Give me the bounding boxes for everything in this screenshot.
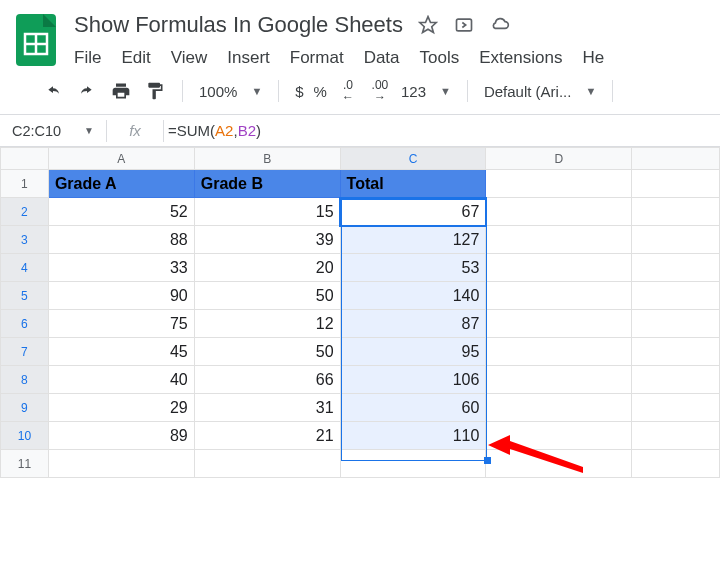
- cell[interactable]: 15: [194, 198, 340, 226]
- cell[interactable]: Total: [340, 170, 486, 198]
- cell[interactable]: [486, 254, 632, 282]
- row-header[interactable]: 5: [1, 282, 49, 310]
- cell[interactable]: [486, 198, 632, 226]
- cell[interactable]: [486, 394, 632, 422]
- menu-file[interactable]: File: [74, 48, 101, 68]
- row-header[interactable]: 4: [1, 254, 49, 282]
- cell[interactable]: [486, 170, 632, 198]
- cell[interactable]: [486, 310, 632, 338]
- undo-icon[interactable]: [42, 80, 64, 102]
- sheets-logo[interactable]: [12, 10, 60, 70]
- cell[interactable]: 95: [340, 338, 486, 366]
- row-header[interactable]: 7: [1, 338, 49, 366]
- document-title[interactable]: Show Formulas In Google Sheets: [74, 12, 403, 38]
- cell[interactable]: Grade A: [48, 170, 194, 198]
- cell[interactable]: 50: [194, 338, 340, 366]
- cell[interactable]: [632, 450, 720, 478]
- paint-format-icon[interactable]: [144, 80, 166, 102]
- print-icon[interactable]: [110, 80, 132, 102]
- cell[interactable]: 88: [48, 226, 194, 254]
- cell[interactable]: [632, 394, 720, 422]
- decrease-decimal-icon[interactable]: .0←: [337, 80, 359, 102]
- cell[interactable]: [632, 254, 720, 282]
- row-header[interactable]: 8: [1, 366, 49, 394]
- increase-decimal-icon[interactable]: .00→: [369, 80, 391, 102]
- cell[interactable]: [486, 366, 632, 394]
- cell[interactable]: 66: [194, 366, 340, 394]
- zoom-dropdown[interactable]: 100%▼: [199, 83, 262, 100]
- cell[interactable]: [632, 310, 720, 338]
- menu-data[interactable]: Data: [364, 48, 400, 68]
- row-header[interactable]: 6: [1, 310, 49, 338]
- cell[interactable]: 33: [48, 254, 194, 282]
- cell[interactable]: [632, 226, 720, 254]
- menu-edit[interactable]: Edit: [121, 48, 150, 68]
- col-header-d[interactable]: D: [486, 148, 632, 170]
- cell[interactable]: 39: [194, 226, 340, 254]
- cell[interactable]: 31: [194, 394, 340, 422]
- move-icon[interactable]: [453, 14, 475, 36]
- cell[interactable]: 140: [340, 282, 486, 310]
- row-header[interactable]: 1: [1, 170, 49, 198]
- menu-help[interactable]: He: [582, 48, 604, 68]
- cell[interactable]: [486, 226, 632, 254]
- cell[interactable]: [632, 198, 720, 226]
- cell[interactable]: 106: [340, 366, 486, 394]
- cell[interactable]: 110: [340, 422, 486, 450]
- col-header-c[interactable]: C: [340, 148, 486, 170]
- menu-bar: File Edit View Insert Format Data Tools …: [74, 48, 708, 68]
- cell[interactable]: 29: [48, 394, 194, 422]
- redo-icon[interactable]: [76, 80, 98, 102]
- cell[interactable]: [632, 422, 720, 450]
- spreadsheet-grid[interactable]: A B C D 1 Grade A Grade B Total 2521567 …: [0, 147, 720, 478]
- cell[interactable]: [486, 338, 632, 366]
- col-header-a[interactable]: A: [48, 148, 194, 170]
- cell[interactable]: 40: [48, 366, 194, 394]
- cell[interactable]: [632, 338, 720, 366]
- cell[interactable]: 127: [340, 226, 486, 254]
- cell[interactable]: [632, 170, 720, 198]
- formula-bar[interactable]: =SUM(A2,B2): [168, 122, 261, 139]
- cell[interactable]: 20: [194, 254, 340, 282]
- cell[interactable]: 60: [340, 394, 486, 422]
- menu-view[interactable]: View: [171, 48, 208, 68]
- menu-extensions[interactable]: Extensions: [479, 48, 562, 68]
- format-more-dropdown[interactable]: 123▼: [401, 83, 451, 100]
- cell[interactable]: 12: [194, 310, 340, 338]
- col-header-b[interactable]: B: [194, 148, 340, 170]
- cell[interactable]: 52: [48, 198, 194, 226]
- cell[interactable]: 53: [340, 254, 486, 282]
- cell[interactable]: 50: [194, 282, 340, 310]
- cell[interactable]: 90: [48, 282, 194, 310]
- font-dropdown[interactable]: Default (Ari...▼: [484, 83, 596, 100]
- cell[interactable]: 21: [194, 422, 340, 450]
- cell[interactable]: 45: [48, 338, 194, 366]
- row-header[interactable]: 11: [1, 450, 49, 478]
- col-header-e[interactable]: [632, 148, 720, 170]
- format-currency[interactable]: $: [295, 83, 303, 100]
- row-header[interactable]: 10: [1, 422, 49, 450]
- cell[interactable]: 75: [48, 310, 194, 338]
- star-icon[interactable]: [417, 14, 439, 36]
- cell-active[interactable]: 67: [340, 198, 486, 226]
- row-header[interactable]: 3: [1, 226, 49, 254]
- cloud-icon[interactable]: [489, 14, 511, 36]
- menu-insert[interactable]: Insert: [227, 48, 270, 68]
- annotation-arrow: [488, 425, 588, 475]
- menu-tools[interactable]: Tools: [420, 48, 460, 68]
- cell[interactable]: [632, 366, 720, 394]
- select-all-corner[interactable]: [1, 148, 49, 170]
- cell[interactable]: [194, 450, 340, 478]
- row-header[interactable]: 9: [1, 394, 49, 422]
- format-percent[interactable]: %: [314, 83, 327, 100]
- row-header[interactable]: 2: [1, 198, 49, 226]
- cell[interactable]: [48, 450, 194, 478]
- cell[interactable]: [632, 282, 720, 310]
- menu-format[interactable]: Format: [290, 48, 344, 68]
- cell[interactable]: 89: [48, 422, 194, 450]
- cell[interactable]: [340, 450, 486, 478]
- name-box[interactable]: C2:C10▼: [6, 123, 102, 139]
- cell[interactable]: Grade B: [194, 170, 340, 198]
- cell[interactable]: [486, 282, 632, 310]
- cell[interactable]: 87: [340, 310, 486, 338]
